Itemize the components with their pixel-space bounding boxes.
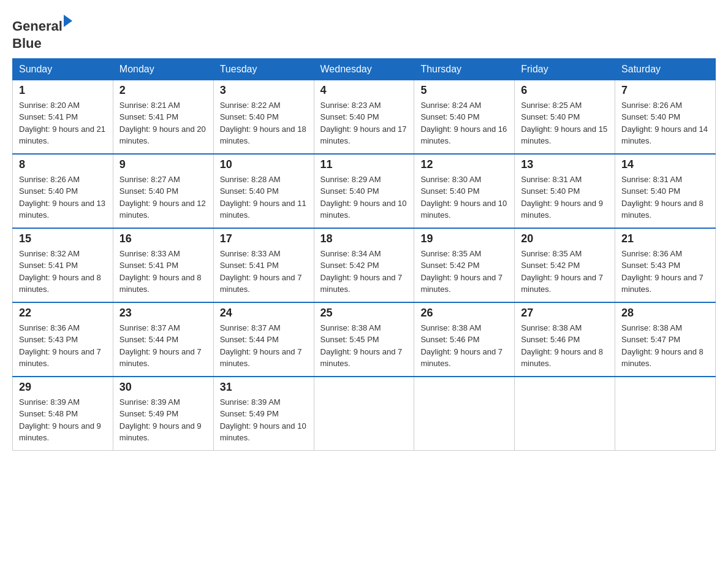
day-info: Sunrise: 8:26 AM Sunset: 5:40 PM Dayligh… xyxy=(19,174,107,221)
day-info: Sunrise: 8:38 AM Sunset: 5:46 PM Dayligh… xyxy=(420,322,508,370)
day-info: Sunrise: 8:29 AM Sunset: 5:40 PM Dayligh… xyxy=(320,174,408,221)
day-info: Sunrise: 8:23 AM Sunset: 5:40 PM Dayligh… xyxy=(320,99,408,147)
weekday-sunday: Sunday xyxy=(13,58,113,80)
calendar-cell: 6 Sunrise: 8:25 AM Sunset: 5:40 PM Dayli… xyxy=(515,80,615,154)
sunrise-time: 8:34 AM xyxy=(352,249,381,258)
day-number: 31 xyxy=(220,381,308,394)
sunrise-label: Sunrise: xyxy=(119,101,151,110)
calendar-cell: 13 Sunrise: 8:31 AM Sunset: 5:40 PM Dayl… xyxy=(515,154,615,228)
sunset-time: 5:40 PM xyxy=(651,186,680,196)
week-row-5: 29 Sunrise: 8:39 AM Sunset: 5:48 PM Dayl… xyxy=(13,377,716,451)
day-number: 4 xyxy=(320,84,408,97)
day-info: Sunrise: 8:39 AM Sunset: 5:49 PM Dayligh… xyxy=(220,396,308,444)
sunrise-label: Sunrise: xyxy=(19,101,50,110)
sunset-time: 5:40 PM xyxy=(149,186,178,196)
sunset-time: 5:40 PM xyxy=(249,112,278,121)
header: General Blue xyxy=(12,12,716,52)
weekday-wednesday: Wednesday xyxy=(314,58,414,80)
calendar-cell: 29 Sunrise: 8:39 AM Sunset: 5:48 PM Dayl… xyxy=(13,377,113,451)
sunrise-label: Sunrise: xyxy=(220,101,251,110)
logo-arrow-icon xyxy=(64,15,72,27)
daylight-label: Daylight: xyxy=(621,347,654,356)
sunrise-time: 8:39 AM xyxy=(251,397,281,407)
day-number: 6 xyxy=(521,84,609,97)
sunset-time: 5:42 PM xyxy=(349,261,379,270)
sunrise-label: Sunrise: xyxy=(320,101,352,110)
sunrise-label: Sunrise: xyxy=(220,323,251,332)
sunset-time: 5:44 PM xyxy=(249,335,278,344)
sunrise-label: Sunrise: xyxy=(220,397,251,407)
calendar-cell: 16 Sunrise: 8:33 AM Sunset: 5:41 PM Dayl… xyxy=(113,228,213,302)
sunset-time: 5:42 PM xyxy=(450,261,479,270)
sunrise-time: 8:29 AM xyxy=(352,175,381,184)
sunset-time: 5:40 PM xyxy=(550,112,580,121)
calendar-cell: 10 Sunrise: 8:28 AM Sunset: 5:40 PM Dayl… xyxy=(213,154,314,228)
day-number: 17 xyxy=(220,232,308,245)
sunrise-label: Sunrise: xyxy=(19,397,50,407)
day-info: Sunrise: 8:37 AM Sunset: 5:44 PM Dayligh… xyxy=(220,322,308,370)
sunrise-time: 8:38 AM xyxy=(553,323,582,332)
daylight-label: Daylight: xyxy=(119,124,153,134)
day-number: 29 xyxy=(19,381,107,394)
day-number: 27 xyxy=(521,307,609,320)
calendar-cell: 21 Sunrise: 8:36 AM Sunset: 5:43 PM Dayl… xyxy=(615,228,716,302)
sunrise-label: Sunrise: xyxy=(320,249,352,258)
calendar-cell: 1 Sunrise: 8:20 AM Sunset: 5:41 PM Dayli… xyxy=(13,80,113,154)
sunset-label: Sunset: xyxy=(621,261,651,270)
sunset-time: 5:43 PM xyxy=(48,335,78,344)
weekday-friday: Friday xyxy=(515,58,615,80)
calendar-cell: 18 Sunrise: 8:34 AM Sunset: 5:42 PM Dayl… xyxy=(314,228,414,302)
daylight-label: Daylight: xyxy=(19,347,52,356)
daylight-label: Daylight: xyxy=(220,124,253,134)
weekday-thursday: Thursday xyxy=(414,58,515,80)
week-row-4: 22 Sunrise: 8:36 AM Sunset: 5:43 PM Dayl… xyxy=(13,302,716,377)
daylight-label: Daylight: xyxy=(220,273,253,282)
sunset-label: Sunset: xyxy=(420,112,450,121)
week-row-3: 15 Sunrise: 8:32 AM Sunset: 5:41 PM Dayl… xyxy=(13,228,716,302)
sunrise-label: Sunrise: xyxy=(420,175,452,184)
daylight-label: Daylight: xyxy=(420,273,453,282)
day-info: Sunrise: 8:28 AM Sunset: 5:40 PM Dayligh… xyxy=(220,174,308,221)
calendar-cell xyxy=(615,377,716,451)
sunset-label: Sunset: xyxy=(521,112,550,121)
sunrise-label: Sunrise: xyxy=(19,323,50,332)
day-info: Sunrise: 8:26 AM Sunset: 5:40 PM Dayligh… xyxy=(621,99,709,147)
sunrise-time: 8:38 AM xyxy=(653,323,682,332)
sunset-label: Sunset: xyxy=(19,335,48,344)
day-number: 21 xyxy=(621,232,709,245)
day-number: 26 xyxy=(420,307,508,320)
sunrise-label: Sunrise: xyxy=(420,323,452,332)
day-number: 11 xyxy=(320,158,408,171)
daylight-label: Daylight: xyxy=(621,199,654,208)
day-number: 23 xyxy=(119,307,207,320)
day-info: Sunrise: 8:20 AM Sunset: 5:41 PM Dayligh… xyxy=(19,99,107,147)
day-number: 2 xyxy=(119,84,207,97)
day-info: Sunrise: 8:33 AM Sunset: 5:41 PM Dayligh… xyxy=(119,248,207,296)
day-info: Sunrise: 8:27 AM Sunset: 5:40 PM Dayligh… xyxy=(119,174,207,221)
sunrise-time: 8:33 AM xyxy=(251,249,281,258)
daylight-label: Daylight: xyxy=(320,273,354,282)
calendar-cell: 20 Sunrise: 8:35 AM Sunset: 5:42 PM Dayl… xyxy=(515,228,615,302)
day-info: Sunrise: 8:37 AM Sunset: 5:44 PM Dayligh… xyxy=(119,322,207,370)
sunrise-time: 8:24 AM xyxy=(452,101,482,110)
sunset-time: 5:40 PM xyxy=(48,186,78,196)
sunset-label: Sunset: xyxy=(521,335,550,344)
day-number: 18 xyxy=(320,232,408,245)
sunset-label: Sunset: xyxy=(320,112,350,121)
sunrise-label: Sunrise: xyxy=(119,397,151,407)
sunrise-time: 8:37 AM xyxy=(251,323,281,332)
calendar-body: 1 Sunrise: 8:20 AM Sunset: 5:41 PM Dayli… xyxy=(13,80,716,450)
sunset-label: Sunset: xyxy=(420,335,450,344)
sunset-label: Sunset: xyxy=(420,186,450,196)
calendar: SundayMondayTuesdayWednesdayThursdayFrid… xyxy=(12,58,716,451)
calendar-cell: 8 Sunrise: 8:26 AM Sunset: 5:40 PM Dayli… xyxy=(13,154,113,228)
daylight-label: Daylight: xyxy=(521,124,554,134)
day-info: Sunrise: 8:38 AM Sunset: 5:45 PM Dayligh… xyxy=(320,322,408,370)
day-info: Sunrise: 8:36 AM Sunset: 5:43 PM Dayligh… xyxy=(621,248,709,296)
sunrise-label: Sunrise: xyxy=(621,323,653,332)
sunrise-time: 8:38 AM xyxy=(452,323,482,332)
day-number: 28 xyxy=(621,307,709,320)
sunrise-time: 8:26 AM xyxy=(653,101,682,110)
daylight-label: Daylight: xyxy=(320,199,354,208)
sunset-time: 5:41 PM xyxy=(48,261,78,270)
